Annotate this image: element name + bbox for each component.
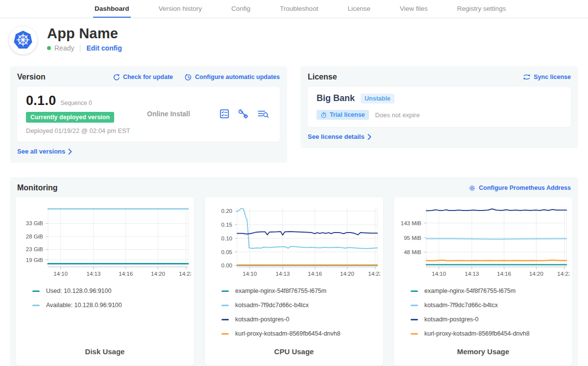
legend-item-kotsadm-7f9dc7d66c-b4tcx: kotsadm-7f9dc7d66c-b4tcx [221, 302, 380, 309]
svg-text:14:13: 14:13 [465, 271, 479, 277]
status-dot [47, 46, 51, 50]
series-line-kurl-proxy-kotsadm-8569fb6454-dnvh8 [426, 260, 566, 261]
svg-text:0.05: 0.05 [221, 249, 232, 255]
svg-text:14:23: 14:23 [179, 271, 191, 277]
clock-refresh-icon [185, 74, 192, 81]
legend-label: kotsadm-7f9dc7d66c-b4tcx [424, 302, 498, 309]
tab-dashboard[interactable]: Dashboard [93, 0, 131, 18]
channel-badge: Unstable [361, 94, 394, 104]
legend-swatch [221, 333, 229, 335]
legend-swatch [221, 305, 229, 306]
svg-text:14:20: 14:20 [529, 271, 543, 277]
tab-license[interactable]: License [346, 0, 372, 18]
edit-config-link[interactable]: Edit config [86, 44, 122, 52]
chart-card-disk-usage: 14:1014:1314:1614:2014:2319 GiB23 GiB28 … [16, 197, 194, 366]
stopwatch-icon [320, 112, 327, 118]
legend-swatch [411, 290, 418, 292]
svg-text:14:16: 14:16 [119, 271, 133, 277]
chart-legend: example-nginx-54f8f76755-l675mkotsadm-7f… [221, 288, 380, 337]
legend-label: example-nginx-54f8f76755-l675m [235, 288, 326, 294]
install-type-label: Online Install [141, 110, 219, 118]
current-version-card: 0.1.0 Sequence 0 Currently deployed vers… [17, 87, 280, 142]
legend-item-example-nginx-54f8f76755-l675m: example-nginx-54f8f76755-l675m [221, 288, 380, 294]
svg-text:14:10: 14:10 [53, 271, 68, 277]
top-navigation: DashboardVersion historyConfigTroublesho… [0, 0, 588, 18]
tab-config[interactable]: Config [230, 0, 252, 18]
configure-automatic-updates-link[interactable]: Configure automatic updates [185, 74, 280, 81]
svg-text:33 GiB: 33 GiB [26, 220, 43, 226]
license-heading: License [308, 73, 337, 81]
sync-arrows-icon [523, 74, 531, 80]
preflight-checks-icon[interactable] [219, 108, 230, 119]
divider [80, 45, 80, 52]
svg-text:14:13: 14:13 [87, 271, 101, 277]
svg-text:14:13: 14:13 [276, 271, 290, 277]
svg-text:14:10: 14:10 [432, 271, 446, 277]
license-panel: License Sync license Big Bank Unstable [300, 66, 578, 148]
see-all-versions-link[interactable]: See all versions [17, 148, 72, 155]
charts-row: 14:1014:1314:1614:2014:2319 GiB23 GiB28 … [13, 197, 575, 366]
legend-label: kotsadm-postgres-0 [424, 316, 478, 323]
chevron-right-icon [68, 149, 72, 155]
legend-item-available-10-128-0-96-9100: Available: 10.128.0.96:9100 [32, 302, 191, 309]
chart-plot-disk-usage: 14:1014:1314:1614:2014:2319 GiB23 GiB28 … [19, 202, 191, 281]
legend-item-kurl-proxy-kotsadm-8569fb6454-dnvh8: kurl-proxy-kotsadm-8569fb6454-dnvh8 [411, 330, 569, 337]
deployed-timestamp: Deployed 01/19/22 @ 02:04 pm EST [26, 127, 141, 134]
chart-legend: Used: 10.128.0.96:9100Available: 10.128.… [32, 288, 191, 309]
series-line-kotsadm-7f9dc7d66c-b4tcx [426, 238, 566, 239]
svg-text:0.00: 0.00 [221, 262, 232, 268]
see-license-details-link[interactable]: See license details [308, 133, 371, 140]
app-header: App Name Ready Edit config [10, 26, 578, 54]
legend-item-kotsadm-postgres-0: kotsadm-postgres-0 [411, 316, 569, 323]
legend-item-used-10-128-0-96-9100: Used: 10.128.0.96:9100 [32, 288, 191, 294]
svg-text:14:20: 14:20 [151, 271, 165, 277]
legend-item-kurl-proxy-kotsadm-8569fb6454-dnvh8: kurl-proxy-kotsadm-8569fb6454-dnvh8 [221, 330, 380, 337]
legend-item-kotsadm-postgres-0: kotsadm-postgres-0 [221, 316, 380, 323]
legend-label: kurl-proxy-kotsadm-8569fb6454-dnvh8 [235, 330, 341, 337]
svg-text:14:16: 14:16 [308, 271, 322, 277]
tab-version-history[interactable]: Version history [157, 0, 204, 18]
svg-text:28 GiB: 28 GiB [26, 234, 43, 239]
chevron-right-icon [368, 134, 371, 140]
legend-swatch [411, 305, 418, 306]
svg-text:19 GiB: 19 GiB [26, 257, 43, 263]
legend-label: kotsadm-7f9dc7d66c-b4tcx [235, 302, 309, 309]
svg-text:23 GiB: 23 GiB [26, 246, 43, 252]
license-card: Big Bank Unstable Trial license Does not… [308, 87, 571, 127]
svg-text:0.15: 0.15 [221, 222, 232, 228]
config-wrench-icon[interactable] [238, 108, 249, 119]
check-for-update-link[interactable]: Check for update [113, 74, 173, 81]
legend-swatch [221, 290, 229, 292]
tab-registry-settings[interactable]: Registry settings [456, 0, 508, 18]
sync-license-link[interactable]: Sync license [523, 74, 571, 80]
svg-text:14:23: 14:23 [368, 271, 380, 277]
legend-swatch [411, 333, 418, 335]
svg-text:14:10: 14:10 [243, 271, 257, 277]
configure-prometheus-link[interactable]: Configure Prometheus Address [468, 184, 571, 192]
svg-text:0.10: 0.10 [221, 235, 232, 241]
svg-text:14:23: 14:23 [557, 271, 569, 277]
svg-text:0.20: 0.20 [221, 208, 232, 214]
version-heading: Version [17, 73, 46, 81]
currently-deployed-badge: Currently deployed version [26, 112, 114, 123]
kubernetes-logo-icon [12, 29, 34, 52]
svg-text:48 MiB: 48 MiB [404, 249, 421, 255]
chart-title-disk-usage: Disk Usage [19, 339, 191, 360]
svg-text:95 MiB: 95 MiB [404, 235, 421, 241]
monitoring-panel: Monitoring Configure Prometheus Address … [10, 177, 578, 366]
legend-label: kotsadm-postgres-0 [235, 316, 289, 323]
svg-text:143 MiB: 143 MiB [401, 220, 422, 226]
chart-plot-cpu-usage: 14:1014:1314:1614:2014:230.000.050.100.1… [208, 202, 380, 281]
version-sequence: Sequence 0 [61, 100, 92, 106]
gear-icon [468, 184, 476, 192]
tab-view-files[interactable]: View files [398, 0, 429, 18]
series-line-kotsadm-postgres-0 [237, 232, 377, 235]
chart-card-cpu-usage: 14:1014:1314:1614:2014:230.000.050.100.1… [205, 197, 383, 366]
view-logs-icon[interactable] [257, 108, 269, 119]
legend-item-kotsadm-7f9dc7d66c-b4tcx: kotsadm-7f9dc7d66c-b4tcx [411, 302, 569, 309]
license-name: Big Bank [317, 93, 355, 104]
refresh-icon [113, 74, 120, 81]
tab-troubleshoot[interactable]: Troubleshoot [278, 0, 319, 18]
legend-swatch [411, 319, 418, 320]
monitoring-heading: Monitoring [17, 183, 58, 192]
